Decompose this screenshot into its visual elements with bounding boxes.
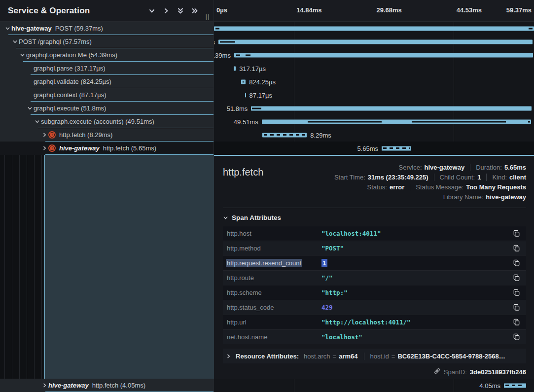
span-row-label-cell[interactable]: !http.fetch (8.29ms) <box>0 128 214 142</box>
span-row-label-cell[interactable]: subgraph.execute (accounts) (49.51ms) <box>0 115 214 128</box>
meta-label: Child Count: <box>440 174 475 181</box>
span-row-label-cell[interactable]: graphql.execute (51.8ms) <box>0 102 214 115</box>
chevron-right-icon[interactable] <box>41 145 48 152</box>
span-timeline-cell[interactable]: 54.39ms <box>214 48 534 62</box>
span-timeline-cell[interactable]: 87.17µs <box>214 88 534 102</box>
span-row-label-cell[interactable]: hive-gatewayPOST (59.37ms) <box>0 22 214 35</box>
span-bar[interactable] <box>262 133 307 137</box>
span-attributes-header[interactable]: Span Attributes <box>223 214 526 221</box>
chevron-down-icon[interactable] <box>19 52 26 59</box>
span-row-label-cell[interactable]: hive-gatewayhttp.fetch (4.05ms) <box>0 379 214 392</box>
tree-header-actions <box>148 7 199 15</box>
chevron-down-icon[interactable] <box>148 7 156 15</box>
span-row[interactable]: hive-gatewayPOST (59.37ms) <box>0 22 534 35</box>
attribute-row: http.host"localhost:4011" <box>223 226 526 241</box>
copy-icon[interactable] <box>511 229 521 239</box>
expanded-span-body <box>44 155 214 379</box>
meta-label: Status Message: <box>416 183 463 191</box>
link-icon[interactable] <box>433 367 441 376</box>
span-bar[interactable] <box>218 39 533 44</box>
copy-icon[interactable] <box>511 258 521 268</box>
span-timeline-cell[interactable]: 57.57ms <box>214 35 534 48</box>
child-span-mark <box>236 54 240 56</box>
span-row-label-cell[interactable]: !hive-gatewayhttp.fetch (5.65ms) <box>0 142 214 155</box>
span-row[interactable]: graphql.operation Me (54.39ms)54.39ms <box>0 48 534 62</box>
span-bar[interactable] <box>382 146 411 150</box>
copy-icon[interactable] <box>511 288 521 298</box>
span-bar[interactable] <box>234 66 236 71</box>
attribute-value: "http:" <box>321 289 511 296</box>
chevron-down-icon[interactable] <box>34 118 41 125</box>
ruler-tick-label: 14.84ms <box>296 6 321 14</box>
span-row[interactable]: !http.fetch (8.29ms)8.29ms <box>0 128 534 142</box>
double-chevron-down-icon[interactable] <box>177 7 184 15</box>
timeline-ruler[interactable]: 0µs14.84ms29.68ms44.53ms59.37ms <box>214 0 534 22</box>
span-bar[interactable] <box>214 26 534 31</box>
span-bar[interactable] <box>251 106 532 110</box>
span-row[interactable]: graphql.validate (824.25µs)824.25µs <box>0 75 534 88</box>
span-bar[interactable] <box>245 93 246 97</box>
span-timeline-cell[interactable]: 5.65ms <box>214 142 534 155</box>
copy-icon[interactable] <box>511 303 521 313</box>
span-row-label-cell[interactable]: graphql.validate (824.25µs) <box>0 75 214 88</box>
copy-icon[interactable] <box>511 244 521 253</box>
span-row[interactable]: POST /graphql (57.57ms)57.57ms <box>0 35 534 48</box>
span-operation-name: graphql.operation Me (54.39ms) <box>26 51 117 59</box>
chevron-right-icon <box>225 353 232 359</box>
span-timeline-cell[interactable]: 49.51ms <box>214 115 534 128</box>
span-timeline-cell[interactable]: 51.8ms <box>214 102 534 115</box>
meta-label: Library Name: <box>443 193 484 201</box>
span-row-label-cell[interactable]: graphql.operation Me (54.39ms) <box>0 48 214 62</box>
span-row[interactable]: graphql.parse (317.17µs)317.17µs <box>0 62 534 75</box>
attribute-row: http.route"/" <box>223 270 526 285</box>
span-operation-name: http.fetch (5.65ms) <box>103 144 156 152</box>
span-bar-duration-label: 57.57ms <box>214 38 215 45</box>
chevron-down-icon[interactable] <box>4 25 11 32</box>
resource-value: BC62E13B-C4CC-5854-9788-2568… <box>397 353 505 360</box>
span-timeline-cell[interactable]: 8.29ms <box>214 128 534 142</box>
resource-divider <box>364 353 364 360</box>
copy-icon[interactable] <box>511 318 521 327</box>
span-timeline-cell[interactable]: 317.17µs <box>214 62 534 75</box>
span-operation-name: POST (59.37ms) <box>55 25 103 32</box>
selected-text: 1 <box>321 259 327 267</box>
panel-resize-handle[interactable]: || <box>206 13 210 21</box>
span-timeline-cell[interactable] <box>214 22 534 35</box>
span-tree: hive-gatewayPOST (59.37ms)POST /graphql … <box>0 22 534 155</box>
span-row-label-cell[interactable]: graphql.context (87.17µs) <box>0 88 214 102</box>
span-row-text: graphql.validate (824.25µs) <box>34 78 111 85</box>
copy-icon[interactable] <box>511 273 521 283</box>
span-timeline-cell[interactable]: 824.25µs <box>214 75 534 88</box>
span-row[interactable]: hive-gatewayhttp.fetch (4.05ms)4.05ms <box>0 379 534 392</box>
span-service-name: hive-gateway <box>11 25 52 32</box>
meta-divider <box>486 174 487 181</box>
resource-key: host.id <box>370 353 389 360</box>
attribute-key: http.url <box>227 319 321 326</box>
span-row[interactable]: graphql.execute (51.8ms)51.8ms <box>0 102 534 115</box>
chevron-down-icon[interactable] <box>26 105 34 112</box>
double-chevron-right-icon[interactable] <box>191 7 199 15</box>
span-row[interactable]: graphql.context (87.17µs)87.17µs <box>0 88 534 102</box>
span-row[interactable]: subgraph.execute (accounts) (49.51ms)49.… <box>0 115 534 128</box>
attribute-row: http.scheme"http:" <box>223 285 526 300</box>
span-row-text: graphql.operation Me (54.39ms) <box>26 51 117 59</box>
span-row-label-cell[interactable]: POST /graphql (57.57ms) <box>0 35 214 48</box>
chevron-right-icon[interactable] <box>41 382 48 389</box>
chevron-right-icon[interactable] <box>162 7 170 15</box>
ruler-tick-label: 0µs <box>216 6 227 14</box>
chevron-right-icon[interactable] <box>41 132 48 139</box>
chevron-down-icon[interactable] <box>11 38 19 45</box>
span-row[interactable]: !hive-gatewayhttp.fetch (5.65ms)5.65ms <box>0 142 534 155</box>
span-bar[interactable] <box>241 79 246 84</box>
span-row-label-cell[interactable]: graphql.parse (317.17µs) <box>0 62 214 75</box>
span-timeline-cell[interactable]: 4.05ms <box>214 379 534 392</box>
meta-value: error <box>390 183 404 191</box>
resource-attributes-bar[interactable]: Resource Attributes: host.arch=arm64host… <box>223 349 526 363</box>
span-bar[interactable] <box>504 383 526 388</box>
meta-divider <box>410 183 410 191</box>
copy-icon[interactable] <box>511 332 521 342</box>
span-service-name: hive-gateway <box>59 144 100 152</box>
span-row-text: graphql.execute (51.8ms) <box>34 105 106 112</box>
span-bar[interactable] <box>234 53 533 57</box>
span-operation-name: http.fetch (4.05ms) <box>92 382 145 389</box>
